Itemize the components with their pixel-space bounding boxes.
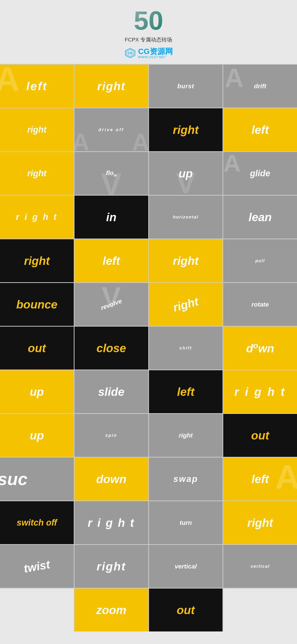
transitions-grid: A left right burst A drift right A drive… <box>0 64 297 632</box>
label-zoom: zoom <box>96 604 126 617</box>
label-shift: shift <box>179 346 192 351</box>
cell-left-3[interactable]: left <box>74 239 148 282</box>
cell-left-2[interactable]: left <box>223 108 297 151</box>
cell-empty-13-4 <box>223 588 297 632</box>
cell-in[interactable]: in <box>74 196 148 238</box>
cell-empty-13-1 <box>0 588 74 632</box>
label-out-1: out <box>28 342 46 355</box>
cell-pull[interactable]: pull <box>223 239 297 282</box>
label-twist: twist <box>23 558 51 575</box>
cell-close[interactable]: close <box>74 326 148 370</box>
label-revolve: revolve <box>100 297 123 312</box>
cell-right-3[interactable]: right <box>149 108 223 151</box>
cell-out-1[interactable]: out <box>0 326 74 370</box>
cell-lean[interactable]: lean <box>223 196 297 238</box>
header: 50 FCPX 专属动态转场 CG CG资源网 WWW.CGZY.NET <box>0 0 297 64</box>
label-drive-off: drive off <box>98 127 124 132</box>
label-right-11: r i g h t <box>88 516 135 530</box>
cell-flow[interactable]: V flow <box>74 152 148 195</box>
cell-drive-off[interactable]: A drive off A <box>74 108 148 151</box>
label-horizontal: horizontal <box>173 215 198 220</box>
cell-right-10[interactable]: right <box>149 414 223 457</box>
label-right-13: right <box>97 560 126 573</box>
cell-glide[interactable]: A glide <box>223 152 297 195</box>
cell-rotate[interactable]: rotate <box>223 283 297 326</box>
cell-horizontal[interactable]: horizontal <box>149 196 223 238</box>
cell-out-2[interactable]: out <box>223 414 297 457</box>
cell-left-5[interactable]: A left <box>223 458 297 500</box>
label-close: close <box>96 342 126 355</box>
label-spin: spin <box>105 433 117 438</box>
label-left-1: left <box>26 80 47 93</box>
label-right-1: right <box>97 80 125 93</box>
cell-burst[interactable]: burst <box>149 65 223 108</box>
cell-switch-off[interactable]: switch off <box>0 501 74 544</box>
cell-right-5[interactable]: r i g h t <box>0 196 74 238</box>
cell-spin[interactable]: spin <box>74 414 148 457</box>
label-left-5: left <box>252 472 269 486</box>
cell-up-1[interactable]: V up <box>149 152 223 195</box>
cell-bounce[interactable]: bounce <box>0 283 74 326</box>
label-right-5: r i g h t <box>16 212 58 222</box>
header-logo: CG CG资源网 WWW.CGZY.NET <box>5 47 292 59</box>
label-lean: lean <box>249 210 272 224</box>
cell-turn[interactable]: turn <box>149 501 223 544</box>
label-up-3: up <box>30 429 44 442</box>
label-right-7: right <box>173 254 199 268</box>
label-right-2: right <box>27 125 46 135</box>
cell-right-6[interactable]: right <box>0 239 74 282</box>
label-switch-off: switch off <box>17 518 57 528</box>
label-right-9: r i g h t <box>234 385 286 398</box>
cell-out-3[interactable]: out <box>149 588 223 632</box>
cell-up-2[interactable]: up <box>0 370 74 413</box>
cell-vertical-1[interactable]: vertical <box>149 545 223 588</box>
cell-right-4[interactable]: right <box>0 152 74 195</box>
cell-up-3[interactable]: up <box>0 414 74 457</box>
label-right-3: right <box>173 123 199 136</box>
cell-right-9[interactable]: r i g h t <box>223 370 297 413</box>
cell-revolve[interactable]: V revolve <box>74 283 148 326</box>
label-right-6: right <box>24 254 50 268</box>
cell-right-7[interactable]: right <box>149 239 223 282</box>
header-subtitle: FCPX 专属动态转场 <box>5 36 292 44</box>
cell-right-12[interactable]: right <box>223 501 297 544</box>
label-turn: turn <box>180 519 192 526</box>
label-bounce: bounce <box>16 298 58 311</box>
label-drift: drift <box>254 82 266 90</box>
cell-right-13[interactable]: right <box>74 545 148 588</box>
cell-left-4[interactable]: left <box>149 370 223 413</box>
label-swap: swap <box>173 474 198 484</box>
label-left-2: left <box>252 123 269 136</box>
cell-right-8[interactable]: right <box>149 283 223 326</box>
label-burst: burst <box>177 82 194 90</box>
cell-down-1[interactable]: down <box>223 326 297 370</box>
label-out-3: out <box>177 604 195 617</box>
cell-suc[interactable]: suc <box>0 458 74 500</box>
logo-cg-text: CG资源网 <box>138 48 173 55</box>
label-vertical-2: vertical <box>251 564 270 569</box>
logo-text: CG资源网 WWW.CGZY.NET <box>138 48 173 59</box>
label-vertical-1: vertical <box>175 563 197 570</box>
label-flow: flow <box>106 169 117 178</box>
label-right-4: right <box>27 168 46 178</box>
cell-left-1[interactable]: A left <box>0 65 74 108</box>
label-slide: slide <box>98 385 124 398</box>
cell-right-1[interactable]: right <box>74 65 148 108</box>
label-right-10: right <box>179 432 193 439</box>
label-up-2: up <box>30 385 44 398</box>
cell-swap[interactable]: swap <box>149 458 223 500</box>
cell-twist[interactable]: twist <box>0 545 74 588</box>
label-glide: glide <box>250 168 270 178</box>
label-right-8: right <box>172 295 200 314</box>
cell-shift[interactable]: shift <box>149 326 223 370</box>
cell-right-11[interactable]: r i g h t <box>74 501 148 544</box>
label-pull: pull <box>255 258 265 264</box>
cell-slide[interactable]: slide <box>74 370 148 413</box>
cell-right-2[interactable]: right <box>0 108 74 151</box>
logo-url: WWW.CGZY.NET <box>138 55 166 59</box>
cell-down-2[interactable]: down <box>74 458 148 500</box>
label-left-3: left <box>103 254 120 268</box>
cell-vertical-2[interactable]: vertical <box>223 545 297 588</box>
cell-zoom[interactable]: zoom <box>74 588 148 632</box>
cell-drift[interactable]: A drift <box>223 65 297 108</box>
